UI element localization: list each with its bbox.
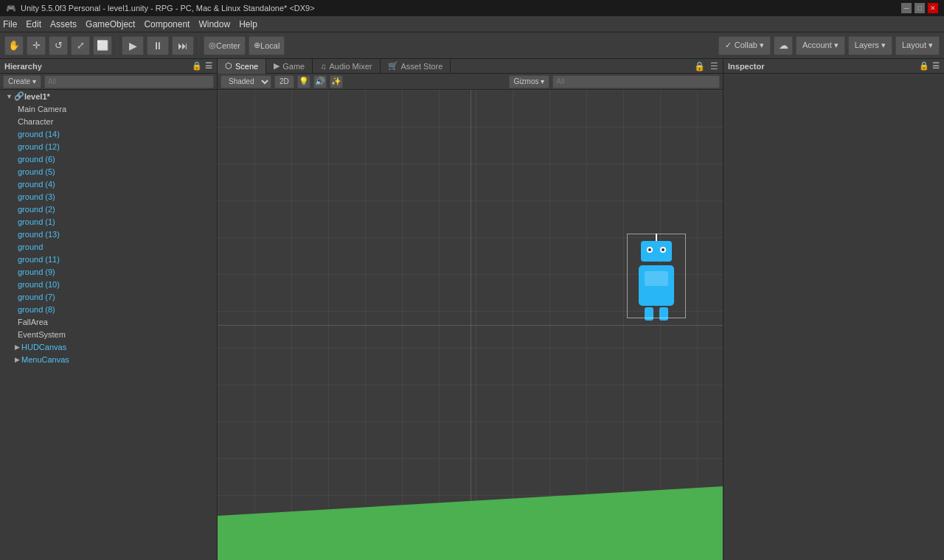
hierarchy-create-button[interactable]: Create ▾ bbox=[3, 75, 41, 88]
expand-arrow-hudcanvas: ▶ bbox=[15, 343, 20, 351]
tab-assetstore[interactable]: 🛒 Asset Store bbox=[381, 59, 451, 74]
center-label: Center bbox=[216, 41, 240, 50]
hierarchy-item-maincamera[interactable]: Main Camera bbox=[0, 102, 217, 115]
hierarchy-item-ground5[interactable]: ground (5) bbox=[0, 165, 217, 178]
inspector-header-icons: 🔒 ☰ bbox=[919, 61, 940, 71]
hierarchy-item-ground10[interactable]: ground (10) bbox=[0, 278, 217, 290]
scene-view[interactable]: 🔊 bbox=[218, 90, 723, 560]
hierarchy-item-ground2[interactable]: ground (2) bbox=[0, 203, 217, 215]
hierarchy-item-ground7[interactable]: ground (7) bbox=[0, 290, 217, 303]
view-2d-button[interactable]: 2D bbox=[274, 75, 294, 88]
step-button[interactable]: ⏭ bbox=[172, 36, 194, 55]
account-label: Account ▾ bbox=[802, 41, 839, 50]
hierarchy-item-menucanvas[interactable]: ▶ MenuCanvas bbox=[0, 353, 217, 365]
character-sprite[interactable] bbox=[631, 237, 682, 311]
close-button[interactable]: ✕ bbox=[928, 3, 938, 13]
inspector-lock-icon[interactable]: 🔒 bbox=[919, 61, 929, 71]
hierarchy-item-eventsystem[interactable]: EventSystem bbox=[0, 328, 217, 340]
layout-button[interactable]: Layout ▾ bbox=[895, 36, 940, 55]
toolbar-sep-2 bbox=[198, 36, 199, 55]
scene-menu-button[interactable]: ☰ bbox=[708, 60, 720, 72]
pause-button[interactable]: ⏸ bbox=[147, 36, 169, 55]
tab-scene[interactable]: ⬡ Scene bbox=[218, 59, 266, 74]
scale-tool[interactable]: ⤢ bbox=[71, 36, 90, 55]
menu-assets[interactable]: Assets bbox=[50, 19, 77, 29]
hierarchy-item-ground1[interactable]: ground (1) bbox=[0, 215, 217, 228]
expand-arrow-menucanvas: ▶ bbox=[15, 356, 20, 363]
menu-edit[interactable]: Edit bbox=[26, 19, 41, 29]
hierarchy-menu-icon[interactable]: ☰ bbox=[205, 61, 212, 71]
hierarchy-item-ground3[interactable]: ground (3) bbox=[0, 190, 217, 203]
hier-icon-level1: 🔗 bbox=[14, 91, 24, 101]
hierarchy-item-character[interactable]: Character bbox=[0, 115, 217, 127]
main-area: Hierarchy 🔒 ☰ Create ▾ ▼ 🔗 level1* Main … bbox=[0, 59, 944, 560]
layers-label: Layers ▾ bbox=[855, 41, 886, 50]
menu-window[interactable]: Window bbox=[198, 19, 230, 29]
hierarchy-item-ground4[interactable]: ground (4) bbox=[0, 178, 217, 190]
hier-label-ground2: ground (2) bbox=[18, 205, 55, 214]
title-text: Unity 5.5.0f3 Personal - level1.unity - … bbox=[21, 4, 315, 13]
inspector-header: Inspector 🔒 ☰ bbox=[723, 59, 944, 74]
rotate-tool[interactable]: ↺ bbox=[49, 36, 68, 55]
hierarchy-item-ground6[interactable]: ground (6) bbox=[0, 153, 217, 165]
hand-tool[interactable]: ✋ bbox=[4, 36, 24, 55]
scene-fx-button[interactable]: ✨ bbox=[330, 75, 343, 88]
hierarchy-item-ground9[interactable]: ground (9) bbox=[0, 265, 217, 278]
hier-label-ground1: ground (1) bbox=[18, 217, 55, 226]
hier-label-menucanvas: MenuCanvas bbox=[21, 355, 69, 364]
hier-label-ground: ground bbox=[18, 242, 43, 251]
hierarchy-item-ground8[interactable]: ground (8) bbox=[0, 303, 217, 315]
collab-button[interactable]: ✓ Collab ▾ bbox=[718, 36, 771, 55]
hierarchy-search-input[interactable] bbox=[44, 75, 214, 88]
hier-label-ground7: ground (7) bbox=[18, 293, 55, 301]
menubar: File Edit Assets GameObject Component Wi… bbox=[0, 16, 944, 32]
minimize-button[interactable]: ─ bbox=[901, 3, 912, 13]
expand-arrow-level1: ▼ bbox=[6, 93, 13, 100]
collab-label: Collab ▾ bbox=[735, 41, 764, 50]
hierarchy-item-hudcanvas[interactable]: ▶ HUDCanvas bbox=[0, 340, 217, 353]
scene-audio-button[interactable]: 🔊 bbox=[313, 75, 327, 88]
hier-label-ground6: ground (6) bbox=[18, 155, 55, 164]
hier-label-ground9: ground (9) bbox=[18, 267, 55, 276]
shaded-dropdown[interactable]: Shaded bbox=[221, 75, 271, 88]
center-button[interactable]: ◎ Center bbox=[204, 36, 246, 55]
scene-search-input[interactable] bbox=[552, 75, 720, 88]
hierarchy-item-ground14[interactable]: ground (14) bbox=[0, 127, 217, 140]
hierarchy-lock-icon[interactable]: 🔒 bbox=[192, 61, 202, 71]
tab-audiomixer[interactable]: ♫ Audio Mixer bbox=[313, 59, 380, 74]
hier-label-ground10: ground (10) bbox=[18, 280, 60, 289]
layers-button[interactable]: Layers ▾ bbox=[848, 36, 892, 55]
gizmos-button[interactable]: Gizmos ▾ bbox=[509, 75, 550, 88]
hier-label-maincamera: Main Camera bbox=[18, 105, 66, 113]
hier-label-ground13: ground (13) bbox=[18, 230, 60, 239]
rect-tool[interactable]: ⬜ bbox=[93, 36, 112, 55]
menu-help[interactable]: Help bbox=[239, 19, 257, 29]
local-button[interactable]: ⊕ Local bbox=[249, 36, 285, 55]
scene-lock-button[interactable]: 🔒 bbox=[693, 60, 705, 72]
pivot-icon: ◎ bbox=[209, 41, 216, 50]
hierarchy-create-bar: Create ▾ bbox=[0, 74, 217, 90]
character-antenna bbox=[656, 234, 657, 241]
account-button[interactable]: Account ▾ bbox=[796, 36, 845, 55]
local-label: Local bbox=[260, 41, 280, 50]
move-tool[interactable]: ✛ bbox=[27, 36, 46, 55]
hierarchy-item-ground12[interactable]: ground (12) bbox=[0, 140, 217, 153]
window-controls[interactable]: ─ □ ✕ bbox=[901, 3, 938, 13]
hierarchy-item-ground13[interactable]: ground (13) bbox=[0, 228, 217, 240]
hierarchy-item-level1[interactable]: ▼ 🔗 level1* bbox=[0, 90, 217, 102]
scene-light-button[interactable]: 💡 bbox=[297, 75, 310, 88]
audiomixer-icon: ♫ bbox=[320, 62, 326, 71]
cloud-button[interactable]: ☁ bbox=[774, 36, 793, 55]
maximize-button[interactable]: □ bbox=[914, 3, 925, 13]
scene-icon: ⬡ bbox=[225, 61, 232, 71]
menu-file[interactable]: File bbox=[3, 19, 17, 29]
tab-game[interactable]: ▶ Game bbox=[266, 59, 313, 74]
titlebar: 🎮 Unity 5.5.0f3 Personal - level1.unity … bbox=[0, 0, 944, 16]
menu-gameobject[interactable]: GameObject bbox=[86, 19, 135, 29]
hierarchy-item-ground11[interactable]: ground (11) bbox=[0, 253, 217, 265]
hierarchy-item-ground[interactable]: ground bbox=[0, 240, 217, 253]
hierarchy-item-fallarea[interactable]: FallArea bbox=[0, 315, 217, 328]
inspector-menu-icon[interactable]: ☰ bbox=[932, 61, 940, 71]
play-button[interactable]: ▶ bbox=[122, 36, 144, 55]
menu-component[interactable]: Component bbox=[144, 19, 190, 29]
